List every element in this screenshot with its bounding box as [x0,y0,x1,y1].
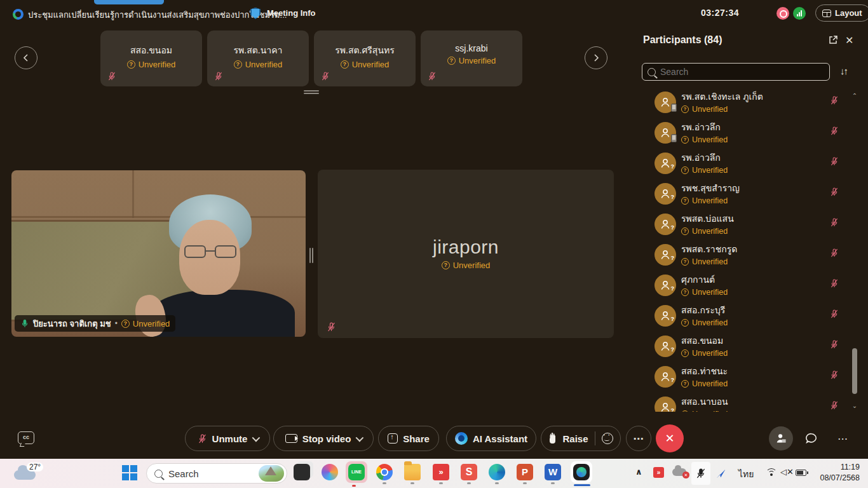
meeting-info-button[interactable]: Meeting Info [267,8,316,18]
top-drag-indicator[interactable] [94,0,164,4]
connection-indicator-icon[interactable] [793,7,806,20]
unmute-button[interactable]: Unmute [185,426,270,451]
tray-expand-icon[interactable]: ∧ [635,467,642,477]
participants-scrollbar[interactable]: ⌃ ⌄ [850,92,859,410]
file-explorer-icon[interactable] [404,464,421,480]
close-panel-icon[interactable]: ✕ [845,34,857,46]
muted-mic-icon [829,248,839,258]
recording-indicator-icon[interactable] [776,7,789,20]
scrollbar-thumb[interactable] [852,348,857,394]
status-badge: Unverified [692,135,728,144]
tray-muted-mic-icon[interactable] [691,462,710,485]
share-button[interactable]: Share [378,426,439,451]
ai-assistant-icon [455,432,468,445]
participant-row[interactable]: ? สสอ.ท่าชนะ ?Unverified [641,362,857,393]
muted-mic-icon [829,339,839,349]
copilot-icon[interactable] [322,464,338,480]
filmstrip-prev-button[interactable] [15,46,37,69]
s-app-icon[interactable]: S [461,464,477,480]
layout-button[interactable]: Layout [815,4,868,22]
muted-mic-icon [829,370,839,380]
speaker-name-label: ปิยะนารถ จาติเกตุ มช • ?Unverified [15,315,175,332]
weather-cloud-icon [14,470,36,480]
film-tile[interactable]: ssj.krabi ?Unverified [421,30,522,86]
participants-search[interactable] [642,63,830,81]
muted-mic-icon [829,187,839,197]
start-button[interactable] [122,465,137,480]
webex-app-icon[interactable] [571,461,592,483]
participant-row[interactable]: ? สสอ.นาบอน ?Unverified [641,393,857,412]
webex-active-indicator [574,484,590,486]
unverified-icon: ? [447,57,456,65]
wifi-icon[interactable] [766,468,777,477]
line-app-icon[interactable]: LINE [346,461,367,483]
unverified-icon: ? [234,60,242,69]
participant-row[interactable]: ? รพช.สุขสำราญ ?Unverified [641,179,857,210]
search-input[interactable] [660,67,824,77]
film-tile[interactable]: รพ.สต.นาคา ?Unverified [207,30,309,86]
muted-mic-icon [197,433,207,444]
tray-red-app-icon[interactable]: » [653,467,664,478]
close-icon: ✕ [665,431,674,445]
participant-row[interactable]: ? รพสต.ราชกรูด ?Unverified [641,240,857,271]
scroll-up-icon[interactable]: ⌃ [850,92,859,100]
chat-panel-button[interactable] [799,426,824,451]
muted-mic-icon [829,126,839,136]
participant-row[interactable]: ? สสอ.ขนอม ?Unverified [641,332,857,362]
avatar: ? [654,244,676,266]
participant-row[interactable]: ? รพสต.บ่อแสน ?Unverified [641,210,857,240]
battery-icon[interactable] [796,470,806,476]
popout-panel-button[interactable] [827,34,839,46]
scroll-down-icon[interactable]: ⌄ [850,402,859,410]
reactions-icon[interactable] [602,433,613,444]
speaker-video-tile[interactable]: ปิยะนารถ จาติเกตุ มช • ?Unverified [11,170,306,337]
chevron-right-icon [592,54,600,62]
status-badge: Unverified [245,60,283,69]
sort-icon[interactable]: ↓↑ [840,65,847,76]
closed-captions-icon[interactable]: cc [18,431,34,444]
language-indicator[interactable]: ไทย [738,467,754,481]
chevron-down-icon[interactable] [356,433,364,442]
red-arrows-app-icon[interactable]: » [433,464,449,480]
taskbar-clock[interactable]: 11:19 08/07/2568 [818,462,860,484]
leave-meeting-button[interactable]: ✕ [656,424,684,452]
search-icon [154,470,163,478]
raise-hand-button[interactable]: Raise [541,426,621,451]
weather-widget[interactable]: 27° [11,463,50,484]
chevron-down-icon[interactable] [252,433,261,442]
status-badge: Unverified [352,60,390,69]
onedrive-error-icon[interactable] [672,468,686,476]
edge-icon[interactable] [489,464,505,480]
raise-hand-icon [548,433,557,444]
ai-assistant-button[interactable]: AI Assistant [446,426,536,451]
unverified-icon: ? [681,258,689,266]
film-tile[interactable]: สสอ.ขนอม ?Unverified [100,30,202,86]
participant-video-tile[interactable]: jiraporn ?Unverified [318,170,614,338]
participants-panel-button[interactable] [769,426,793,451]
powerpoint-icon[interactable]: P [517,464,533,480]
avatar [654,122,676,144]
participant-row[interactable]: ? รพ.อ่าวลึก ?Unverified [641,149,857,179]
status-badge: Unverified [133,319,170,329]
volume-muted-icon[interactable]: ◁✕ [780,467,794,477]
chrome-icon[interactable] [376,464,393,480]
stop-video-button[interactable]: Stop video [273,426,374,451]
stage-divider-handle[interactable] [309,248,314,263]
more-panels-button[interactable]: ⋯ [831,426,855,451]
film-tile[interactable]: รพ.สต.ศรีสุนทร ?Unverified [314,30,416,86]
more-options-button[interactable]: ⋯ [626,426,651,451]
avatar: ? [654,336,676,357]
status-badge: Unverified [692,288,728,297]
participant-row[interactable]: ? สสอ.กระบุรี ?Unverified [641,301,857,332]
participant-row[interactable]: ? ศุภกานต์ ?Unverified [641,271,857,301]
task-view-icon[interactable] [294,464,310,480]
filmstrip-resize-handle[interactable] [304,90,319,95]
running-dot [551,482,555,484]
taskbar-search[interactable]: Search [146,463,287,484]
participant-row[interactable]: รพ.อ่าวลึก ?Unverified [641,118,857,149]
participant-row[interactable]: รพ.สต.เชิงทะเล ภูเก็ต ?Unverified [641,88,857,118]
mobile-badge-icon [671,134,677,142]
filmstrip-next-button[interactable] [585,46,607,69]
participant-name: สสอ.ขนอม [100,43,202,57]
word-icon[interactable]: W [545,464,561,480]
